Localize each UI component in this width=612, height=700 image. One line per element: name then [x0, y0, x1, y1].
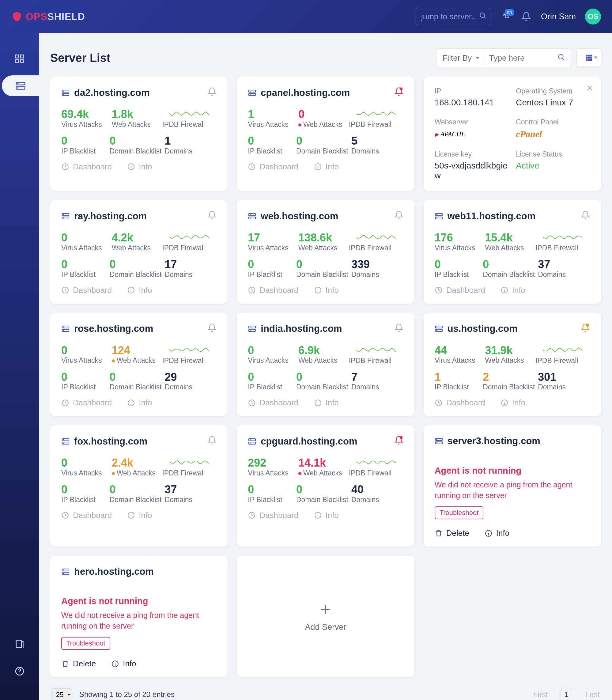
bell-icon[interactable]: [207, 323, 217, 334]
server-name[interactable]: ray.hosting.com: [74, 211, 147, 222]
layout-toggle-button[interactable]: [576, 49, 601, 67]
jump-to-server-search[interactable]: [415, 8, 491, 25]
dashboard-link[interactable]: Dashboard: [61, 398, 112, 408]
info-link[interactable]: Info: [127, 398, 152, 408]
server-name[interactable]: cpguard.hosting.com: [261, 436, 357, 447]
domain-blacklist-value: 0: [296, 371, 348, 383]
dashboard-link[interactable]: Dashboard: [61, 286, 112, 295]
dashboard-link[interactable]: Dashboard: [61, 162, 112, 171]
virus-attacks-label: Virus Attacks: [61, 469, 109, 477]
page-last[interactable]: Last: [585, 690, 600, 699]
ipdb-firewall-label: IPDB Firewall: [349, 244, 391, 252]
search-icon[interactable]: [557, 53, 565, 63]
cpanel-logo: cPanel: [516, 129, 590, 140]
info-link[interactable]: Info: [127, 511, 152, 520]
logo[interactable]: OPSSHIELD: [11, 11, 85, 22]
server-grid: da2.hosting.com69.4kVirus Attacks1.8kWeb…: [50, 77, 601, 677]
server-name[interactable]: cpanel.hosting.com: [261, 87, 350, 98]
dashboard-link[interactable]: Dashboard: [248, 511, 298, 520]
jump-to-server-input[interactable]: [421, 12, 476, 22]
bell-icon[interactable]: [581, 323, 590, 334]
sidebar-item-docs[interactable]: [4, 634, 35, 655]
info-link[interactable]: Info: [314, 162, 339, 171]
server-name[interactable]: da2.hosting.com: [74, 87, 150, 98]
avatar[interactable]: OS: [585, 9, 601, 25]
dashboard-link[interactable]: Dashboard: [248, 162, 298, 171]
page-size-select[interactable]: 25: [52, 688, 72, 700]
license-key-value: 50s-vxdjasddlkbgiew: [435, 161, 509, 180]
sidebar-item-servers[interactable]: [2, 76, 39, 96]
virus-attacks-label: Virus Attacks: [61, 356, 109, 365]
bell-icon[interactable]: [394, 210, 403, 222]
domains-label: Domains: [165, 383, 217, 391]
sidebar-item-dashboard[interactable]: [4, 49, 35, 69]
bell-icon[interactable]: [207, 436, 217, 447]
page-title: Server List: [50, 52, 110, 65]
server-name[interactable]: us.hosting.com: [447, 323, 518, 334]
delete-link[interactable]: Delete: [435, 529, 469, 538]
ip-blacklist-label: IP Blacklist: [435, 271, 480, 279]
search-icon[interactable]: [479, 12, 487, 22]
virus-attacks-label: Virus Attacks: [248, 120, 295, 129]
server-name[interactable]: hero.hosting.com: [74, 566, 154, 577]
server-icon: [61, 438, 70, 445]
ipdb-firewall-label: IPDB Firewall: [349, 120, 391, 129]
bell-icon[interactable]: [207, 210, 217, 222]
domains-value: 37: [538, 258, 590, 271]
info-link[interactable]: Info: [111, 659, 136, 669]
error-description: We did not receive a ping from the agent…: [435, 479, 590, 501]
plus-icon: [319, 603, 332, 616]
bell-icon[interactable]: [394, 323, 403, 334]
ip-blacklist-value: 0: [61, 258, 107, 271]
dashboard-link[interactable]: Dashboard: [61, 511, 112, 520]
page-current[interactable]: 1: [560, 688, 573, 700]
sparkline: [162, 232, 217, 243]
filter-input[interactable]: [489, 53, 557, 63]
dashboard-link[interactable]: Dashboard: [248, 286, 298, 295]
info-link[interactable]: Info: [501, 398, 525, 408]
ip-blacklist-label: IP Blacklist: [248, 496, 293, 504]
ip-blacklist-label: IP Blacklist: [61, 383, 107, 391]
troubleshoot-button[interactable]: Troubleshoot: [435, 506, 484, 519]
info-link[interactable]: Info: [314, 286, 339, 295]
server-name[interactable]: server3.hosting.com: [447, 436, 540, 447]
info-link[interactable]: Info: [485, 529, 510, 538]
server-card: cpguard.hosting.com292Virus Attacks14.1k…: [237, 425, 414, 547]
bell-icon[interactable]: [207, 87, 217, 98]
sidebar-item-help[interactable]: [4, 661, 35, 682]
user-name[interactable]: Orin Sam: [541, 12, 576, 22]
language-button[interactable]: en: [501, 11, 512, 22]
domains-value: 7: [351, 371, 403, 383]
server-name[interactable]: rose.hosting.com: [74, 323, 153, 334]
notifications-button[interactable]: [521, 11, 532, 22]
server-name[interactable]: web11.hosting.com: [447, 211, 536, 222]
dashboard-link[interactable]: Dashboard: [435, 398, 485, 408]
info-link[interactable]: Info: [314, 511, 339, 520]
page-first[interactable]: First: [533, 690, 548, 699]
bell-icon[interactable]: [581, 210, 590, 222]
web-attacks-value: 31.9k: [485, 344, 532, 357]
bell-icon[interactable]: [394, 87, 403, 98]
domain-blacklist-value: 0: [110, 483, 162, 496]
virus-attacks-value: 0: [61, 232, 109, 244]
server-name[interactable]: india.hosting.com: [261, 323, 342, 334]
add-server-card[interactable]: Add Server: [237, 556, 414, 677]
info-link[interactable]: Info: [127, 286, 152, 295]
server-name[interactable]: fox.hosting.com: [74, 436, 147, 447]
troubleshoot-button[interactable]: Troubleshoot: [61, 637, 110, 650]
domain-blacklist-label: Domain Blacklist: [296, 271, 348, 279]
svg-point-36: [64, 218, 64, 218]
svg-point-59: [250, 327, 250, 327]
close-icon[interactable]: [586, 84, 594, 94]
filter-by-dropdown[interactable]: Filter By: [436, 49, 484, 67]
info-link[interactable]: Info: [314, 398, 339, 408]
web-attacks-label: Web Attacks: [112, 356, 159, 365]
info-link[interactable]: Info: [127, 162, 152, 171]
dashboard-link[interactable]: Dashboard: [248, 398, 298, 408]
info-link[interactable]: Info: [501, 286, 525, 295]
server-name[interactable]: web.hosting.com: [261, 211, 338, 222]
delete-link[interactable]: Delete: [61, 659, 96, 669]
virus-attacks-value: 0: [61, 344, 109, 357]
bell-icon[interactable]: [394, 436, 403, 447]
dashboard-link[interactable]: Dashboard: [435, 286, 485, 295]
